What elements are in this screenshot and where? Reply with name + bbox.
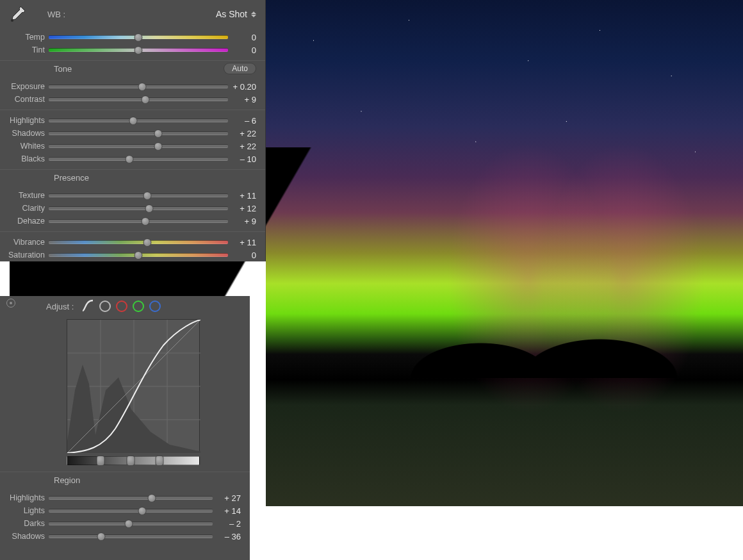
- slider-knob[interactable]: [154, 129, 162, 138]
- tone-title: Tone: [54, 64, 72, 74]
- tone-sliders-b: Highlights– 6 Shadows+ 22 Whites+ 22 Bla…: [0, 111, 265, 168]
- vibrance-slider[interactable]: [49, 240, 228, 244]
- vibrance-value[interactable]: + 11: [228, 238, 256, 247]
- tint-value[interactable]: 0: [228, 45, 256, 55]
- highlights-value[interactable]: – 6: [228, 116, 256, 126]
- divider: [0, 231, 265, 232]
- r-highlights-label: Highlights: [0, 493, 49, 502]
- wb-sliders: Temp 0 Tint 0: [0, 28, 265, 59]
- texture-value[interactable]: + 11: [228, 191, 256, 201]
- region-pin[interactable]: [156, 456, 164, 466]
- slider-knob[interactable]: [145, 204, 153, 213]
- slider-knob[interactable]: [135, 33, 143, 42]
- tint-slider[interactable]: [49, 48, 228, 52]
- dehaze-label: Dehaze: [0, 217, 49, 226]
- slider-knob[interactable]: [143, 238, 152, 247]
- slider-knob[interactable]: [148, 494, 156, 502]
- temp-label: Temp: [0, 33, 49, 42]
- slider-knob[interactable]: [138, 83, 146, 91]
- r-shadows-value[interactable]: – 36: [213, 532, 241, 541]
- temp-slider[interactable]: [49, 35, 228, 39]
- dehaze-value[interactable]: + 9: [228, 217, 256, 226]
- r-darks-label: Darks: [0, 519, 49, 528]
- highlights-slider[interactable]: [49, 119, 228, 122]
- shadows-slider[interactable]: [49, 131, 228, 135]
- updown-icon: [251, 10, 256, 19]
- exposure-value[interactable]: + 0.20: [228, 82, 256, 92]
- r-darks-value[interactable]: – 2: [213, 519, 241, 529]
- slider-knob[interactable]: [129, 117, 137, 125]
- white-balance-row: WB : As Shot: [0, 0, 265, 28]
- channel-red[interactable]: [116, 301, 127, 312]
- slider-knob[interactable]: [97, 532, 105, 541]
- texture-label: Texture: [0, 191, 49, 200]
- blacks-slider[interactable]: [49, 157, 228, 161]
- r-lights-value[interactable]: + 14: [213, 506, 241, 516]
- preview-overlay: [266, 295, 743, 378]
- whites-slider[interactable]: [49, 144, 228, 148]
- slider-knob[interactable]: [135, 46, 143, 54]
- r-darks-slider[interactable]: [49, 522, 213, 525]
- saturation-value[interactable]: 0: [228, 251, 256, 260]
- eyedropper-icon[interactable]: [4, 3, 31, 26]
- presence-sliders-a: Texture+ 11 Clarity+ 12 Dehaze+ 9: [0, 186, 265, 230]
- tone-sliders-a: Exposure+ 0.20 Contrast+ 9: [0, 78, 265, 108]
- presence-title: Presence: [54, 173, 89, 183]
- slider-knob[interactable]: [135, 251, 143, 259]
- tone-curve-graph[interactable]: [67, 319, 200, 452]
- presence-sliders-b: Vibrance+ 11 Saturation0: [0, 233, 265, 264]
- tint-label: Tint: [0, 45, 49, 54]
- slider-knob[interactable]: [138, 507, 146, 515]
- temp-value[interactable]: 0: [228, 33, 256, 42]
- presence-header: Presence: [0, 171, 265, 186]
- divider: [0, 169, 265, 170]
- shadows-label: Shadows: [0, 129, 49, 138]
- target-adjust-icon[interactable]: [6, 299, 15, 308]
- region-header: Region: [0, 474, 250, 489]
- divider: [0, 110, 265, 110]
- region-title: Region: [54, 475, 80, 485]
- tint-row: Tint 0: [0, 44, 265, 56]
- slider-knob[interactable]: [142, 217, 150, 226]
- region-pin[interactable]: [96, 456, 104, 466]
- r-highlights-slider[interactable]: [49, 496, 213, 500]
- r-highlights-value[interactable]: + 27: [213, 493, 241, 503]
- basic-panel: WB : As Shot Temp 0 Tint 0 Tone Auto Exp…: [0, 0, 266, 261]
- auto-button[interactable]: Auto: [224, 63, 256, 74]
- dehaze-slider[interactable]: [49, 219, 228, 223]
- region-sliders: Highlights+ 27 Lights+ 14 Darks– 2 Shado…: [0, 489, 250, 545]
- contrast-value[interactable]: + 9: [228, 95, 256, 104]
- exposure-slider[interactable]: [49, 85, 228, 88]
- channel-rgb[interactable]: [99, 301, 111, 312]
- shadows-value[interactable]: + 22: [228, 129, 256, 138]
- clarity-slider[interactable]: [49, 206, 228, 210]
- texture-slider[interactable]: [49, 194, 228, 197]
- slider-knob[interactable]: [154, 142, 162, 151]
- saturation-label: Saturation: [0, 251, 49, 259]
- saturation-slider[interactable]: [49, 253, 228, 257]
- region-pin[interactable]: [126, 456, 135, 466]
- clarity-label: Clarity: [0, 204, 49, 213]
- slider-knob[interactable]: [142, 95, 150, 104]
- region-split-track[interactable]: [67, 456, 200, 465]
- divider: [0, 60, 265, 61]
- adjust-row: Adjust :: [0, 296, 250, 315]
- svg-point-0: [11, 19, 13, 22]
- preview-image: [266, 0, 743, 506]
- slider-knob[interactable]: [126, 155, 134, 163]
- tone-curve-panel: Adjust : Region Highligh: [0, 296, 250, 560]
- r-lights-label: Lights: [0, 506, 49, 515]
- temp-row: Temp 0: [0, 31, 265, 44]
- wb-mode-dropdown[interactable]: As Shot: [216, 9, 256, 19]
- blacks-value[interactable]: – 10: [228, 154, 256, 164]
- channel-green[interactable]: [133, 301, 144, 312]
- channel-blue[interactable]: [149, 301, 161, 312]
- parametric-curve-icon[interactable]: [81, 299, 94, 314]
- clarity-value[interactable]: + 12: [228, 204, 256, 213]
- whites-value[interactable]: + 22: [228, 142, 256, 151]
- contrast-slider[interactable]: [49, 97, 228, 101]
- slider-knob[interactable]: [125, 520, 133, 528]
- slider-knob[interactable]: [143, 192, 152, 200]
- r-shadows-slider[interactable]: [49, 534, 213, 538]
- r-lights-slider[interactable]: [49, 509, 213, 513]
